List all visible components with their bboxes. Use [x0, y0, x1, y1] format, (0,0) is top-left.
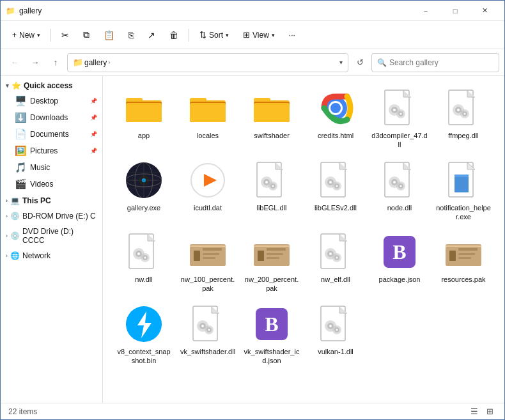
new-chevron-icon: ▾ — [37, 32, 40, 38]
sidebar-item-desktop[interactable]: 🖥️ Desktop 📌 — [1, 93, 102, 109]
this-pc-chevron: › — [6, 198, 8, 204]
file-icon — [315, 304, 356, 345]
sidebar-item-videos[interactable]: 🎬 Videos — [1, 176, 102, 192]
share-button[interactable]: ↗ — [141, 25, 162, 45]
file-item[interactable]: nw_elf.dll — [305, 228, 366, 297]
status-bar: 22 items ☰ ⊞ — [1, 403, 504, 419]
desktop-pin-icon: 📌 — [90, 98, 97, 104]
view-button[interactable]: ⊞ View ▾ — [237, 25, 281, 45]
bd-rom-label: BD-ROM Drive (E:) C — [22, 212, 96, 221]
search-box[interactable]: 🔍 — [371, 53, 499, 72]
view-icon: ⊞ — [243, 30, 250, 40]
file-name: ffmpeg.dll — [448, 131, 479, 140]
svg-rect-84 — [267, 248, 286, 251]
network-header[interactable]: › 🌐 Network — [1, 249, 102, 263]
file-item[interactable]: nw_100_percent.pak — [177, 228, 238, 297]
file-item[interactable]: icudtl.dat — [177, 156, 238, 226]
sort-button[interactable]: ⇅ Sort ▾ — [193, 25, 235, 45]
file-icon — [443, 231, 484, 272]
file-icon — [123, 304, 164, 345]
pictures-pin-icon: 📌 — [90, 148, 97, 154]
title-bar-controls: − □ ✕ — [411, 1, 499, 21]
file-item[interactable]: locales — [177, 84, 238, 153]
file-name: package.json — [379, 275, 421, 284]
search-input[interactable] — [389, 58, 493, 67]
file-grid: app locales swiftshader credits.html — [113, 84, 494, 369]
videos-icon: 🎬 — [15, 178, 26, 190]
svg-rect-77 — [203, 248, 222, 251]
sidebar-item-documents[interactable]: 📄 Documents 📌 — [1, 126, 102, 143]
quick-access-header[interactable]: ▾ ⭐ Quick access — [1, 79, 102, 93]
file-item[interactable]: v8_context_snapshot.bin — [113, 300, 175, 369]
close-button[interactable]: ✕ — [470, 1, 499, 21]
file-item[interactable]: credits.html — [305, 84, 366, 153]
forward-button[interactable]: → — [26, 54, 44, 72]
file-icon — [315, 88, 356, 128]
file-item[interactable]: vulkan-1.dll — [305, 300, 366, 369]
dvd-drive-header[interactable]: › 💿 DVD Drive (D:) CCCC — [1, 224, 102, 247]
file-item[interactable]: swiftshader — [241, 84, 302, 153]
sidebar-item-desktop-label: Desktop — [30, 97, 58, 105]
bd-rom-header[interactable]: › 💿 BD-ROM Drive (E:) C — [1, 209, 102, 223]
back-button[interactable]: ← — [6, 54, 24, 72]
file-item[interactable]: d3dcompiler_47.dll — [369, 84, 430, 153]
svg-point-93 — [336, 257, 338, 259]
search-icon: 🔍 — [377, 58, 387, 67]
sidebar-item-downloads[interactable]: ⬇️ Downloads 📌 — [1, 109, 102, 126]
more-button[interactable]: ··· — [283, 25, 302, 45]
file-name: locales — [197, 131, 219, 140]
cut-button[interactable]: ✂ — [55, 25, 75, 45]
copy-button[interactable]: ⧉ — [77, 25, 96, 45]
svg-rect-64 — [454, 175, 469, 192]
file-item[interactable]: vk_swiftshader.dll — [177, 300, 238, 369]
dvd-drive-icon: 💿 — [10, 231, 20, 240]
delete-icon: 🗑 — [169, 30, 178, 40]
dvd-drive-section: › 💿 DVD Drive (D:) CCCC — [1, 224, 102, 247]
file-item[interactable]: nw_200_percent.pak — [241, 228, 302, 297]
rename-button[interactable]: ⎘ — [122, 25, 140, 45]
network-label: Network — [22, 251, 50, 260]
sidebar-item-music-label: Music — [30, 163, 50, 172]
file-item[interactable]: node.dll — [369, 156, 430, 226]
file-icon — [379, 88, 420, 128]
file-icon — [251, 160, 292, 201]
svg-text:B: B — [265, 313, 278, 336]
path-dropdown-icon[interactable]: ▾ — [339, 59, 343, 66]
file-item[interactable]: libEGL.dll — [241, 156, 302, 226]
file-item[interactable]: notification_helper.exe — [433, 156, 494, 226]
sidebar-item-music[interactable]: 🎵 Music — [1, 159, 102, 176]
file-item[interactable]: B vk_swiftshader_icd.json — [241, 300, 302, 369]
file-name: nw_200_percent.pak — [244, 275, 300, 293]
file-name: nw_100_percent.pak — [180, 275, 236, 293]
file-name: vk_swiftshader_icd.json — [244, 347, 300, 366]
title-bar-left: 📁 gallery — [6, 6, 42, 15]
maximize-button[interactable]: □ — [440, 1, 470, 21]
file-item[interactable]: ffmpeg.dll — [433, 84, 494, 153]
refresh-button[interactable]: ↺ — [351, 54, 369, 72]
up-button[interactable]: ↑ — [47, 54, 65, 72]
new-button[interactable]: + New ▾ — [6, 25, 47, 45]
file-item[interactable]: B package.json — [369, 228, 430, 297]
file-item[interactable]: resources.pak — [433, 228, 494, 297]
path-gallery[interactable]: gallery — [84, 58, 107, 67]
window: 📁 gallery − □ ✕ + New ▾ ✂ ⧉ 📋 ⎘ ↗ — [0, 0, 505, 420]
address-path[interactable]: 📁 gallery › ▾ — [67, 53, 348, 72]
this-pc-header[interactable]: › 💻 This PC — [1, 194, 102, 208]
file-item[interactable]: app — [113, 84, 175, 153]
file-item[interactable]: nw.dll — [113, 228, 175, 297]
list-view-button[interactable]: ☰ — [467, 405, 481, 419]
delete-button[interactable]: 🗑 — [163, 25, 185, 45]
sidebar-item-pictures[interactable]: 🖼️ Pictures 📌 — [1, 143, 102, 159]
more-label: ··· — [289, 31, 295, 40]
file-item[interactable]: libGLESv2.dll — [305, 156, 366, 226]
paste-button[interactable]: 📋 — [97, 25, 121, 45]
new-icon: + — [12, 31, 17, 40]
minimize-button[interactable]: − — [411, 1, 440, 21]
file-item[interactable]: gallery.exe — [113, 156, 175, 226]
window-icon: 📁 — [6, 6, 15, 15]
cut-icon: ✂ — [61, 30, 69, 40]
documents-pin-icon: 📌 — [90, 131, 97, 137]
grid-view-button[interactable]: ⊞ — [483, 405, 497, 419]
file-icon — [187, 304, 228, 345]
documents-icon: 📄 — [15, 128, 26, 140]
